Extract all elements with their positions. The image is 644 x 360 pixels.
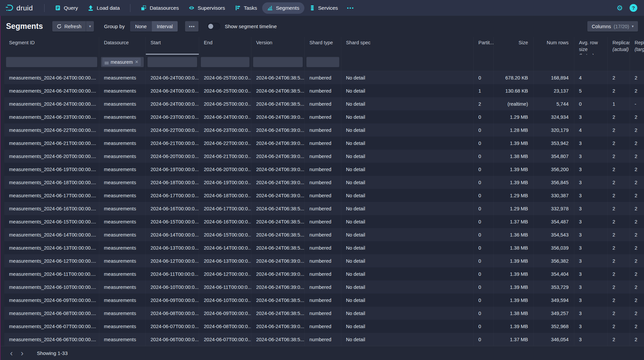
cell-partition: 0	[474, 320, 494, 333]
cell-segment_id: measurements_2024-06-24T00:00:00....	[4, 84, 99, 97]
sort-indicator	[146, 54, 199, 55]
next-page-button[interactable]: ›	[17, 349, 27, 357]
prev-page-button[interactable]: ‹	[6, 349, 17, 357]
cell-version: 2024-06-24T06:38:5...	[251, 228, 305, 241]
columns-label: Columns	[592, 24, 611, 29]
column-header-size[interactable]: Size	[494, 37, 534, 55]
gear-icon[interactable]: ⚙	[617, 4, 623, 11]
filter-cell-replication_factor	[630, 55, 644, 71]
cell-avg_row_size: 3	[574, 202, 608, 215]
cell-replication_factor: 2	[630, 241, 644, 254]
nav-item-load-data[interactable]: Load data	[83, 2, 125, 14]
filter-input-shard_type[interactable]	[306, 57, 339, 67]
cell-version: 2024-06-24T06:38:5...	[251, 307, 305, 320]
cell-end: 2024-06-10T00:00:0...	[199, 294, 251, 307]
column-header-shard_spec[interactable]: Shard spec	[341, 37, 474, 55]
cell-segment_id: measurements_2024-06-12T00:00:00....	[4, 254, 99, 267]
help-icon[interactable]: ?	[630, 4, 637, 12]
nav-label: Query	[64, 5, 78, 11]
cell-version: 2024-06-24T06:39:0...	[251, 176, 305, 189]
filter-input-datasource[interactable]: measurem✕	[101, 57, 144, 67]
column-header-datasource[interactable]: Datasource	[99, 37, 146, 55]
filter-input-segment_id[interactable]	[6, 57, 97, 67]
cell-datasource: measurements	[99, 71, 146, 84]
table-row: measurements_2024-06-21T00:00:00....meas…	[4, 137, 644, 150]
table-row: measurements_2024-06-12T00:00:00....meas…	[4, 254, 644, 267]
datasource-filter-chip[interactable]: measurem✕	[102, 58, 141, 66]
timeline-toggle[interactable]	[207, 23, 220, 30]
nav-divider	[44, 4, 45, 12]
cell-replication_factor: 2	[630, 333, 644, 346]
cell-version: 2024-06-24T06:39:0...	[251, 110, 305, 123]
column-header-num_rows[interactable]: Num rows	[534, 37, 574, 55]
cell-partition: 0	[474, 294, 494, 307]
cell-start: 2024-06-12T00:00:0...	[146, 254, 199, 267]
cell-num_rows: 346,054	[534, 333, 574, 346]
chip-close-icon[interactable]: ✕	[135, 59, 138, 64]
cell-shard_type: numbered	[305, 307, 341, 320]
datasources-icon	[141, 5, 147, 11]
cell-replicas: 2	[608, 176, 630, 189]
cell-num_rows: 320,179	[534, 123, 574, 137]
column-header-shard_type[interactable]: Shard type	[305, 37, 341, 55]
cell-shard_spec: No detail	[341, 254, 474, 267]
cell-partition: 0	[474, 215, 494, 228]
cell-num_rows: 349,594	[534, 294, 574, 307]
table-row: measurements_2024-06-13T00:00:00....meas…	[4, 241, 644, 254]
cell-end: 2024-06-13T00:00:0...	[199, 254, 251, 267]
column-header-replication_factor[interactable]: Replication factor(target)	[630, 37, 644, 55]
cell-shard_spec: No detail	[341, 215, 474, 228]
table-row: measurements_2024-06-07T00:00:00....meas…	[4, 320, 644, 333]
filter-input-version[interactable]	[253, 57, 303, 67]
cell-size: 1.36 MB	[494, 228, 534, 241]
cell-replicas: 2	[608, 320, 630, 333]
nav-label: Services	[318, 5, 338, 11]
cell-shard_spec: No detail	[341, 71, 474, 84]
toolbar-more-button[interactable]: •••	[185, 21, 198, 32]
cell-avg_row_size: 5	[574, 84, 608, 97]
table-row: measurements_2024-06-24T00:00:00....meas…	[4, 97, 644, 110]
nav-item-segments[interactable]: Segments	[262, 2, 304, 14]
cell-start: 2024-06-14T00:00:0...	[146, 228, 199, 241]
cell-shard_type: numbered	[305, 189, 341, 202]
column-header-version[interactable]: Version	[251, 37, 305, 55]
cell-shard_spec: No detail	[341, 137, 474, 150]
refresh-button[interactable]: Refresh	[52, 21, 86, 32]
filter-cell-num_rows	[534, 55, 574, 71]
column-header-avg_row_size[interactable]: Avg. row size(bytes)	[574, 37, 608, 55]
brand-text: druid	[16, 4, 33, 12]
cell-shard_type: numbered	[305, 333, 341, 346]
cell-version: 2024-06-24T06:39:0...	[251, 123, 305, 137]
group-by-interval-button[interactable]: Interval	[152, 21, 178, 32]
cell-num_rows: 354,404	[534, 267, 574, 280]
column-header-segment_id[interactable]: Segment ID	[4, 37, 99, 55]
cell-segment_id: measurements_2024-06-10T00:00:00....	[4, 280, 99, 294]
column-header-replicas[interactable]: Replicas(actual)	[608, 37, 630, 55]
nav-item-services[interactable]: Services	[304, 2, 343, 14]
group-by-none-button[interactable]: None	[130, 21, 152, 32]
column-header-end[interactable]: End	[199, 37, 251, 55]
nav-item-query[interactable]: Query	[50, 2, 83, 14]
nav-more-button[interactable]: •••	[343, 2, 358, 13]
filter-input-start[interactable]	[148, 57, 197, 67]
cell-start: 2024-06-17T00:00:0...	[146, 189, 199, 202]
cell-datasource: measurements	[99, 333, 146, 346]
nav-item-supervisors[interactable]: Supervisors	[184, 2, 230, 14]
eye-icon	[189, 5, 194, 11]
column-header-partition[interactable]: Partit...	[474, 37, 494, 55]
cell-shard_spec: No detail	[341, 123, 474, 137]
druid-brand[interactable]: druid	[5, 4, 33, 12]
filter-input-end[interactable]	[201, 57, 249, 67]
cell-datasource: measurements	[99, 294, 146, 307]
cell-replication_factor: 2	[630, 84, 644, 97]
segments-table: Segment IDDatasourceStartEndVersionShard…	[4, 37, 644, 346]
nav-item-tasks[interactable]: Tasks	[230, 2, 262, 14]
nav-item-datasources[interactable]: Datasources	[136, 2, 184, 14]
columns-button[interactable]: Columns (17/20) ▾	[587, 21, 638, 32]
table-row: measurements_2024-06-23T00:00:00....meas…	[4, 110, 644, 123]
refresh-caret-button[interactable]: ▾	[86, 21, 94, 32]
column-header-start[interactable]: Start	[146, 37, 199, 55]
cell-end: 2024-06-22T00:00:0...	[199, 137, 251, 150]
cell-avg_row_size: 3	[574, 320, 608, 333]
nav-label: Segments	[276, 5, 299, 11]
